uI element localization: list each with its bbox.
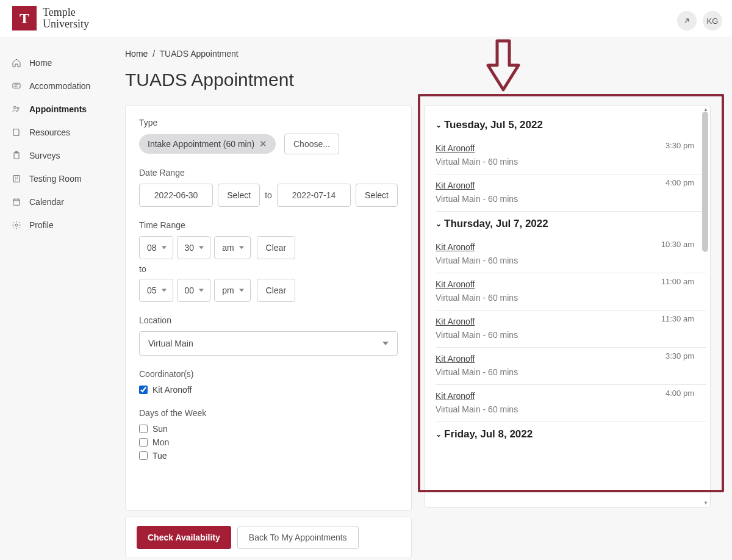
sidebar-item-accommodation[interactable]: Accommodation <box>0 74 125 98</box>
availability-slot[interactable]: Kit AronoffVirtual Main - 60 mins11:00 a… <box>436 273 706 311</box>
sidebar-item-label: Calendar <box>29 197 64 207</box>
slot-location: Virtual Main - 60 mins <box>436 293 706 303</box>
slot-coordinator-link[interactable]: Kit Aronoff <box>436 242 475 252</box>
svg-rect-6 <box>13 199 20 205</box>
scroll-down-icon[interactable]: ▼ <box>703 500 708 506</box>
time-from-hour[interactable]: 08 <box>139 236 173 259</box>
slot-time: 11:30 am <box>661 314 694 323</box>
availability-slot[interactable]: Kit AronoffVirtual Main - 60 mins4:00 pm <box>436 385 706 422</box>
type-chip: Intake Appointment (60 min) ✕ <box>139 134 276 154</box>
sidebar-item-appointments[interactable]: Appointments <box>0 98 125 121</box>
clear-to-button[interactable]: Clear <box>257 279 295 302</box>
slot-coordinator-link[interactable]: Kit Aronoff <box>436 354 475 364</box>
time-to-ampm[interactable]: pm <box>214 279 250 302</box>
svg-point-1 <box>13 106 16 109</box>
select-to-button[interactable]: Select <box>356 184 398 207</box>
availability-results: ⌄Tuesday, Jul 5, 2022Kit AronoffVirtual … <box>424 105 711 508</box>
slot-time: 4:00 pm <box>666 389 694 398</box>
sidebar-item-surveys[interactable]: Surveys <box>0 144 125 167</box>
slot-time: 3:30 pm <box>666 141 694 150</box>
gear-icon <box>11 220 22 231</box>
coordinator-checkbox-row[interactable]: Kit Aronoff <box>139 385 398 395</box>
breadcrumb: Home / TUADS Appointment <box>125 43 732 61</box>
scroll-thumb[interactable] <box>702 112 708 252</box>
day-tue-checkbox[interactable] <box>139 451 148 460</box>
location-label: Location <box>139 315 398 325</box>
slot-coordinator-link[interactable]: Kit Aronoff <box>436 143 475 153</box>
date-to-input[interactable]: 2022-07-14 <box>277 184 351 207</box>
coordinator-checkbox[interactable] <box>139 386 148 394</box>
clear-from-button[interactable]: Clear <box>257 236 295 259</box>
slot-time: 11:00 am <box>661 277 694 286</box>
svg-point-2 <box>17 107 19 109</box>
slot-time: 10:30 am <box>661 240 694 249</box>
slot-time: 4:00 pm <box>666 178 694 187</box>
slot-location: Virtual Main - 60 mins <box>436 367 706 377</box>
results-scrollbar[interactable]: ▲ ▼ <box>702 108 708 504</box>
sidebar-item-resources[interactable]: Resources <box>0 121 125 144</box>
time-range-label: Time Range <box>139 220 398 230</box>
people-icon <box>11 104 22 115</box>
slot-location: Virtual Main - 60 mins <box>436 157 706 167</box>
day-checkbox-tue[interactable]: Tue <box>139 451 398 461</box>
svg-point-7 <box>15 224 18 226</box>
choose-button[interactable]: Choose... <box>284 134 339 154</box>
slot-coordinator-link[interactable]: Kit Aronoff <box>436 279 475 289</box>
slot-coordinator-link[interactable]: Kit Aronoff <box>436 391 475 401</box>
time-from-ampm[interactable]: am <box>214 236 250 259</box>
chevron-down-icon: ⌄ <box>436 220 442 228</box>
availability-slot[interactable]: Kit AronoffVirtual Main - 60 mins4:00 pm <box>436 174 706 212</box>
availability-slot[interactable]: Kit AronoffVirtual Main - 60 mins3:30 pm <box>436 348 706 385</box>
book-icon <box>11 127 22 138</box>
sidebar-item-calendar[interactable]: Calendar <box>0 190 125 214</box>
day-checkbox-mon[interactable]: Mon <box>139 437 398 447</box>
slot-location: Virtual Main - 60 mins <box>436 330 706 340</box>
day-sun-checkbox[interactable] <box>139 425 148 433</box>
sidebar-item-profile[interactable]: Profile <box>0 214 125 237</box>
sidebar-item-home[interactable]: Home <box>0 51 125 74</box>
slot-location: Virtual Main - 60 mins <box>436 256 706 265</box>
back-button[interactable]: Back To My Appointments <box>237 526 359 549</box>
day-header[interactable]: ⌄Tuesday, Jul 5, 2022 <box>436 119 706 131</box>
sidebar-item-label: Appointments <box>29 104 87 114</box>
day-header[interactable]: ⌄Friday, Jul 8, 2022 <box>436 428 706 440</box>
availability-slot[interactable]: Kit AronoffVirtual Main - 60 mins10:30 a… <box>436 236 706 273</box>
sidebar-item-label: Surveys <box>29 151 60 160</box>
availability-slot[interactable]: Kit AronoffVirtual Main - 60 mins3:30 pm <box>436 137 706 174</box>
calendar-icon <box>11 196 22 207</box>
slot-coordinator-link[interactable]: Kit Aronoff <box>436 317 475 326</box>
type-label: Type <box>139 118 398 127</box>
day-header[interactable]: ⌄Thursday, Jul 7, 2022 <box>436 218 706 230</box>
sidebar-item-label: Resources <box>29 127 70 137</box>
close-icon[interactable]: ✕ <box>259 138 267 149</box>
check-availability-button[interactable]: Check Availability <box>137 526 231 549</box>
day-checkbox-sun[interactable]: Sun <box>139 424 398 434</box>
chevron-down-icon: ⌄ <box>436 430 442 439</box>
time-to-min[interactable]: 00 <box>177 279 211 302</box>
slot-coordinator-link[interactable]: Kit Aronoff <box>436 181 475 190</box>
date-from-input[interactable]: 2022-06-30 <box>139 184 213 207</box>
day-mon-checkbox[interactable] <box>139 438 148 447</box>
clipboard-icon <box>11 150 22 161</box>
breadcrumb-current: TUADS Appointment <box>160 49 239 59</box>
sidebar-item-label: Profile <box>29 220 54 230</box>
breadcrumb-home[interactable]: Home <box>125 49 148 59</box>
select-from-button[interactable]: Select <box>218 184 260 207</box>
sidebar-item-label: Testing Room <box>29 174 82 184</box>
availability-slot[interactable]: Kit AronoffVirtual Main - 60 mins11:30 a… <box>436 311 706 348</box>
to-label-2: to <box>139 264 398 274</box>
sidebar-item-testing-room[interactable]: Testing Room <box>0 167 125 190</box>
brand-logo: T <box>12 6 37 31</box>
svg-rect-0 <box>13 83 20 88</box>
popout-icon[interactable] <box>677 11 697 31</box>
time-from-min[interactable]: 30 <box>177 236 211 259</box>
slot-location: Virtual Main - 60 mins <box>436 194 706 204</box>
sidebar: Home Accommodation Appointments Resource… <box>0 37 125 560</box>
location-select[interactable]: Virtual Main <box>139 331 398 356</box>
user-avatar[interactable]: KG <box>703 11 722 31</box>
coordinators-label: Coordinator(s) <box>139 369 398 379</box>
time-to-hour[interactable]: 05 <box>139 279 173 302</box>
days-label: Days of the Week <box>139 408 398 418</box>
slot-location: Virtual Main - 60 mins <box>436 404 706 414</box>
svg-rect-5 <box>13 176 19 182</box>
